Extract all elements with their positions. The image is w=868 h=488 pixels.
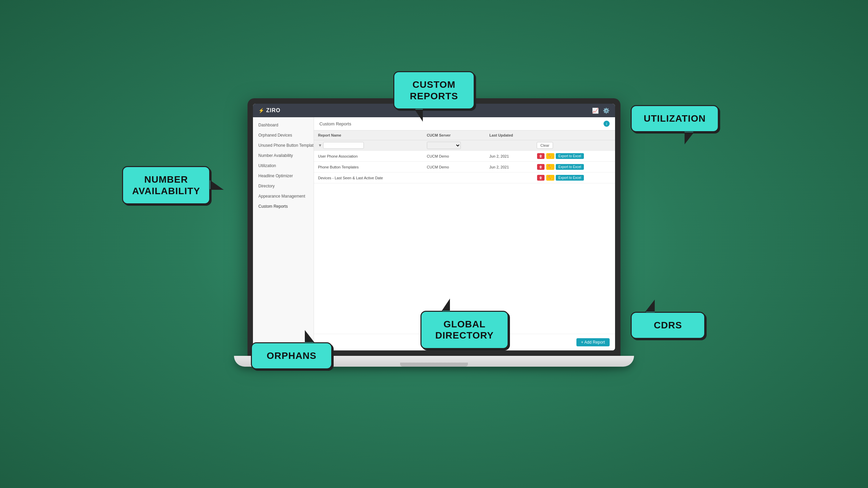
logo-text: ZIRO (266, 107, 280, 114)
bubble-utilization: UTILIZATION (631, 105, 719, 132)
reports-table: Report Name CUCM Server Last Updated ▼ (314, 130, 615, 183)
cell-last-updated: Jun 2, 2021 (485, 151, 533, 162)
delete-button-2[interactable]: 🗑 (537, 175, 545, 181)
cell-actions: 🗑 ✏️ Export to Excel (533, 151, 615, 162)
cell-last-updated: Jun 2, 2021 (485, 162, 533, 172)
cell-last-updated (485, 172, 533, 183)
delete-button-0[interactable]: 🗑 (537, 153, 545, 159)
sidebar-item-custom-reports[interactable]: Custom Reports (253, 201, 314, 211)
cell-cucm-server (423, 172, 486, 183)
sidebar-item-utilization[interactable]: Utilization (253, 161, 314, 171)
app-logo: ⚡ ZIRO (258, 107, 280, 114)
sidebar-item-unused-phone-button-templates[interactable]: Unused Phone Button Templates (253, 140, 314, 150)
filter-cucm-server[interactable]: CUCM Demo (427, 142, 461, 149)
edit-button-1[interactable]: ✏️ (546, 164, 554, 170)
chart-icon[interactable]: 📈 (592, 107, 599, 114)
cell-actions: 🗑 ✏️ Export to Excel (533, 172, 615, 183)
filter-icon: ▼ (318, 143, 322, 148)
export-button-0[interactable]: Export to Excel (556, 153, 584, 159)
cell-cucm-server: CUCM Demo (423, 151, 486, 162)
page-header: Custom Reports i (314, 117, 615, 130)
sidebar-item-headline-optimizer[interactable]: Headline Optimizer (253, 171, 314, 181)
sidebar-item-directory[interactable]: Directory (253, 181, 314, 191)
sidebar-item-number-availability[interactable]: Number Availability (253, 150, 314, 161)
col-last-updated: Last Updated (485, 130, 533, 140)
sidebar-item-dashboard[interactable]: Dashboard (253, 120, 314, 130)
header-icons: 📈 ⚙️ (592, 107, 610, 114)
table-container: Report Name CUCM Server Last Updated ▼ (314, 130, 615, 334)
col-cucm-server: CUCM Server (423, 130, 486, 140)
export-button-1[interactable]: Export to Excel (556, 164, 584, 170)
cell-report-name: Devices - Last Seen & Last Active Date (314, 172, 423, 183)
page-title: Custom Reports (319, 121, 351, 126)
table-row: User Phone Association CUCM Demo Jun 2, … (314, 151, 615, 162)
col-report-name: Report Name (314, 130, 423, 140)
edit-button-0[interactable]: ✏️ (546, 153, 554, 159)
export-button-2[interactable]: Export to Excel (556, 175, 584, 181)
sidebar: Dashboard Orphaned Devices Unused Phone … (253, 117, 314, 350)
cell-cucm-server: CUCM Demo (423, 162, 486, 172)
bubble-custom-reports: CUSTOM REPORTS (393, 71, 475, 109)
bubble-orphans: ORPHANS (251, 342, 332, 369)
bubble-number-availability: NUMBERAVAILABILITY (122, 166, 210, 204)
table-row: Devices - Last Seen & Last Active Date 🗑… (314, 172, 615, 183)
sidebar-item-orphaned-devices[interactable]: Orphaned Devices (253, 130, 314, 140)
add-report-button[interactable]: + Add Report (576, 338, 610, 346)
cell-report-name: User Phone Association (314, 151, 423, 162)
info-icon[interactable]: i (604, 121, 610, 127)
bubble-cdrs: CDRs (631, 312, 705, 339)
filter-report-name[interactable] (323, 142, 364, 149)
delete-button-1[interactable]: 🗑 (537, 164, 545, 170)
cell-report-name: Phone Button Templates (314, 162, 423, 172)
settings-icon[interactable]: ⚙️ (603, 107, 610, 114)
page-title-area: Custom Reports (319, 121, 351, 126)
edit-button-2[interactable]: ✏️ (546, 175, 554, 181)
laptop-container: CUSTOM REPORTS UTILIZATION NUMBERAVAILAB… (231, 98, 637, 390)
bubble-global-directory: GLOBALDIRECTORY (420, 311, 509, 349)
cell-actions: 🗑 ✏️ Export to Excel (533, 162, 615, 172)
sidebar-item-appearance-management[interactable]: Appearance Management (253, 191, 314, 201)
clear-button[interactable]: Clear (537, 142, 553, 149)
logo-icon: ⚡ (258, 108, 264, 113)
table-row: Phone Button Templates CUCM Demo Jun 2, … (314, 162, 615, 172)
col-actions (533, 130, 615, 140)
